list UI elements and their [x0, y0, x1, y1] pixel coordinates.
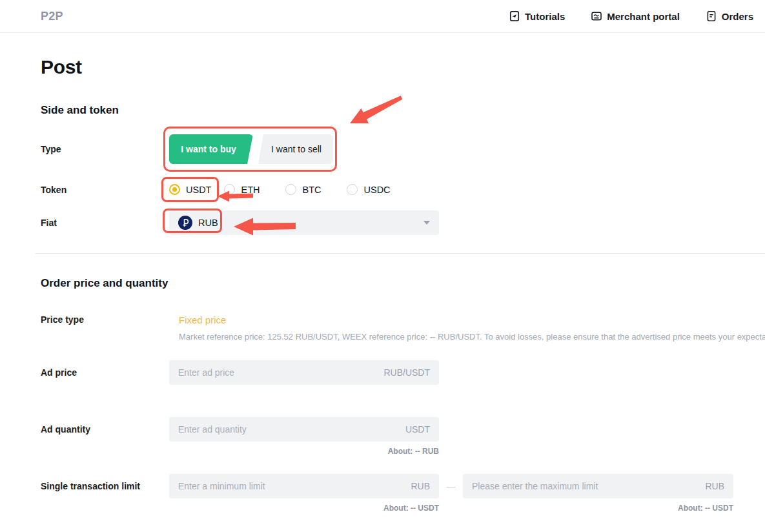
ad-quantity-row: Ad quantity USDT About: -- RUB	[41, 417, 765, 456]
ad-quantity-about: About: -- RUB	[169, 447, 439, 456]
price-type-row: Price type Fixed price Market reference …	[41, 314, 765, 342]
max-limit-inputbox: RUB	[463, 474, 733, 498]
buy-toggle-button[interactable]: I want to buy	[169, 134, 253, 164]
type-label: Type	[41, 144, 169, 154]
ad-quantity-unit: USDT	[405, 424, 430, 435]
post-form: Post Side and token Type I want to buy I…	[0, 56, 765, 513]
ad-price-input[interactable]	[178, 367, 377, 378]
fiat-row: Fiat RUB	[41, 210, 765, 235]
min-limit-unit: RUB	[411, 481, 430, 491]
token-option-usdc-label: USDC	[363, 185, 390, 195]
ad-quantity-input[interactable]	[178, 424, 399, 435]
ad-quantity-inputbox: USDT	[169, 417, 439, 442]
min-limit-about: About: -- USDT	[169, 504, 439, 513]
single-transaction-limit-label: Single transaction limit	[41, 474, 169, 498]
header-nav: Tutorials Merchant portal Orders	[509, 10, 753, 22]
ad-price-row: Ad price RUB/USDT	[41, 360, 765, 385]
fixed-price-option[interactable]: Fixed price	[179, 314, 765, 325]
orders-document-icon	[706, 10, 717, 22]
max-limit-input[interactable]	[472, 481, 699, 491]
type-row: Type I want to buy I want to sell	[41, 127, 765, 172]
nav-orders-label: Orders	[722, 11, 753, 22]
usdt-annotation-box: USDT	[161, 177, 219, 202]
chevron-down-icon	[423, 221, 430, 225]
token-row: Token USDT ETH BTC USDC	[41, 177, 765, 202]
top-header: P2P Tutorials Merchant portal Orders	[0, 0, 765, 33]
radio-unselected-icon[interactable]	[285, 184, 296, 195]
max-limit-unit: RUB	[705, 481, 724, 491]
radio-unselected-icon[interactable]	[347, 184, 358, 195]
token-option-btc-label: BTC	[302, 185, 321, 195]
buy-sell-toggle: I want to buy I want to sell	[169, 134, 333, 164]
token-label: Token	[41, 185, 169, 195]
nav-orders[interactable]: Orders	[706, 10, 753, 22]
min-limit-inputbox: RUB	[169, 474, 439, 498]
token-option-usdt-label: USDT	[186, 185, 211, 195]
token-option-usdt[interactable]: USDT	[169, 184, 211, 195]
ad-price-inputbox: RUB/USDT	[169, 360, 439, 385]
sell-toggle-button[interactable]: I want to sell	[253, 134, 333, 164]
section-side-and-token: Side and token	[41, 104, 765, 117]
ad-price-unit: RUB/USDT	[383, 367, 430, 378]
token-option-usdc[interactable]: USDC	[347, 184, 390, 195]
price-type-label: Price type	[41, 314, 169, 325]
single-transaction-limit-row: Single transaction limit RUB About: -- U…	[41, 474, 765, 513]
market-reference-note: Market reference price: 125.52 RUB/USDT,…	[179, 332, 765, 342]
nav-merchant-portal[interactable]: Merchant portal	[591, 10, 680, 22]
radio-unselected-icon[interactable]	[224, 184, 235, 195]
type-annotation-box: I want to buy I want to sell	[163, 127, 337, 172]
merchant-monitor-icon	[591, 10, 602, 22]
token-option-btc[interactable]: BTC	[285, 184, 321, 195]
min-limit-input[interactable]	[178, 481, 404, 491]
ad-quantity-label: Ad quantity	[41, 417, 169, 442]
nav-tutorials[interactable]: Tutorials	[509, 10, 565, 22]
section-divider	[36, 253, 765, 254]
page-title: Post	[41, 56, 765, 78]
fiat-label: Fiat	[41, 218, 169, 228]
fiat-selected-value: RUB	[198, 218, 218, 228]
tutorials-book-icon	[509, 10, 520, 22]
token-option-eth-label: ETH	[241, 185, 260, 195]
fiat-select[interactable]: RUB	[169, 210, 439, 235]
token-option-eth[interactable]: ETH	[224, 184, 260, 195]
limit-range-separator: —	[439, 474, 463, 498]
nav-tutorials-label: Tutorials	[525, 11, 565, 22]
rub-currency-icon	[178, 216, 192, 230]
max-limit-about: About: -- USDT	[463, 504, 733, 513]
nav-merchant-portal-label: Merchant portal	[607, 11, 680, 22]
ad-price-label: Ad price	[41, 367, 169, 378]
section-order-price-quantity: Order price and quantity	[41, 277, 765, 290]
p2p-logo[interactable]: P2P	[41, 10, 63, 23]
radio-selected-icon[interactable]	[169, 184, 180, 195]
